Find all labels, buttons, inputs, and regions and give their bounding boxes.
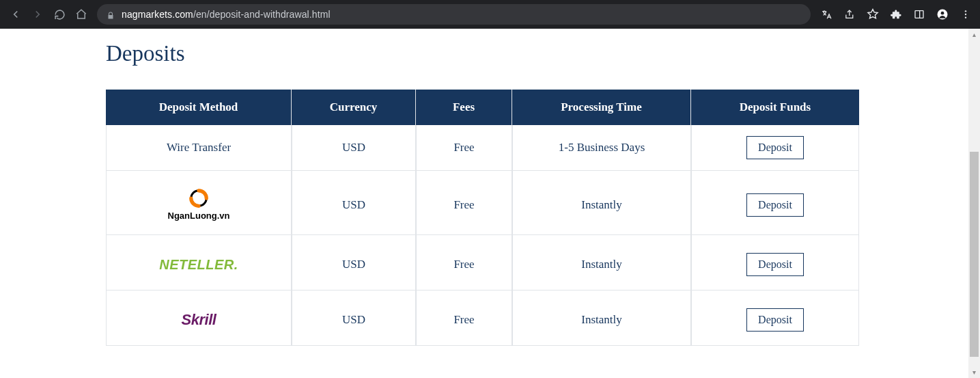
neteller-logo: NETELLER. [159,257,238,272]
back-button[interactable] [10,8,22,21]
profile-avatar[interactable] [936,8,949,21]
table-row: NETELLER. USD Free Instantly Deposit [106,235,859,291]
kebab-menu-icon[interactable] [960,8,972,21]
deposit-button[interactable]: Deposit [746,253,804,276]
cell-funds: Deposit [691,291,859,346]
cell-method: NETELLER. [106,235,292,291]
cell-time: Instantly [512,235,691,291]
table-row: NganLuong.vn USD Free Instantly Deposit [106,171,859,235]
cell-time: Instantly [512,291,691,346]
share-icon[interactable] [843,8,856,21]
deposit-button[interactable]: Deposit [746,136,804,159]
scrollbar-up-icon[interactable] [968,29,980,40]
cell-funds: Deposit [691,171,859,235]
home-button[interactable] [75,8,87,21]
cell-funds: Deposit [691,235,859,291]
address-bar[interactable]: nagmarkets.com/en/deposit-and-withdrawal… [97,4,811,25]
nav-buttons [5,8,87,21]
scrollbar-down-icon[interactable] [968,366,980,378]
deposits-table: Deposit Method Currency Fees Processing … [106,90,859,346]
table-header-row: Deposit Method Currency Fees Processing … [106,90,859,125]
url-text: nagmarkets.com/en/deposit-and-withdrawal… [122,9,331,20]
cell-method: Wire Transfer [106,125,292,171]
svg-point-4 [965,10,966,12]
th-funds: Deposit Funds [691,90,859,125]
table-row: Wire Transfer USD Free 1-5 Business Days… [106,125,859,171]
cell-method: Skrill [106,291,292,346]
cell-time: 1-5 Business Days [512,125,691,171]
page-content: Deposits Deposit Method Currency Fees Pr… [106,41,859,346]
th-time: Processing Time [512,90,691,125]
cell-fees: Free [416,235,512,291]
th-currency: Currency [292,90,416,125]
cell-fees: Free [416,291,512,346]
bookmark-star-icon[interactable] [867,8,879,21]
cell-currency: USD [292,125,416,171]
page-viewport: Deposits Deposit Method Currency Fees Pr… [0,29,980,378]
deposit-button[interactable]: Deposit [746,308,804,332]
svg-point-6 [965,16,966,18]
extensions-icon[interactable] [890,8,902,21]
th-fees: Fees [416,90,512,125]
toolbar-right [820,8,975,21]
scrollbar-thumb[interactable] [970,152,979,357]
method-label: Wire Transfer [167,141,231,154]
deposit-button[interactable]: Deposit [746,193,804,217]
panel-icon[interactable] [913,8,925,21]
scrollbar[interactable] [968,29,980,378]
cell-fees: Free [416,171,512,235]
cell-time: Instantly [512,171,691,235]
cell-currency: USD [292,171,416,235]
browser-toolbar: nagmarkets.com/en/deposit-and-withdrawal… [0,0,980,29]
cell-fees: Free [416,125,512,171]
translate-icon[interactable] [820,8,832,21]
cell-funds: Deposit [691,125,859,171]
svg-point-5 [965,14,966,15]
lock-icon [107,10,115,18]
nganluong-logo-icon [188,189,209,208]
skrill-logo: Skrill [182,311,216,328]
forward-button[interactable] [31,8,44,21]
cell-currency: USD [292,291,416,346]
method-label: NganLuong.vn [168,211,230,221]
cell-currency: USD [292,235,416,291]
cell-method: NganLuong.vn [106,171,292,235]
th-method: Deposit Method [106,90,292,125]
svg-point-3 [941,12,944,15]
reload-button[interactable] [53,8,66,21]
page-title: Deposits [106,41,859,66]
table-row: Skrill USD Free Instantly Deposit [106,291,859,346]
